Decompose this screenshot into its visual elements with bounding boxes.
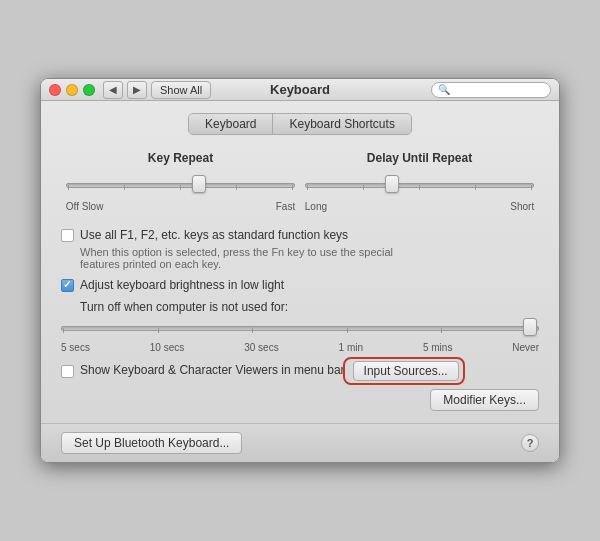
tab-keyboard-shortcuts[interactable]: Keyboard Shortcuts	[273, 114, 410, 134]
window-title: Keyboard	[270, 82, 330, 97]
brightness-label-10s: 10 secs	[150, 342, 184, 353]
key-repeat-right-label: Fast	[276, 201, 295, 212]
key-repeat-thumb[interactable]	[192, 175, 206, 193]
brightness-label-30s: 30 secs	[244, 342, 278, 353]
fn-keys-row: Use all F1, F2, etc. keys as standard fu…	[61, 228, 539, 270]
show-keyboard-row: Show Keyboard & Character Viewers in men…	[61, 361, 539, 381]
main-content: Keyboard Keyboard Shortcuts Key Repeat	[41, 101, 559, 422]
tab-group: Keyboard Keyboard Shortcuts	[188, 113, 412, 135]
tab-bar: Keyboard Keyboard Shortcuts	[61, 113, 539, 135]
brightness-slider-container: 5 secs 10 secs 30 secs 1 min 5 mins Neve…	[61, 318, 539, 353]
input-sources-button[interactable]: Input Sources...	[353, 361, 459, 381]
close-button[interactable]	[49, 84, 61, 96]
delay-repeat-label: Delay Until Repeat	[367, 151, 472, 165]
bottom-row: Set Up Bluetooth Keyboard... ?	[41, 423, 559, 462]
delay-repeat-right-label: Short	[510, 201, 534, 212]
brightness-labels-row: 5 secs 10 secs 30 secs 1 min 5 mins Neve…	[61, 342, 539, 353]
show-keyboard-checkbox[interactable]	[61, 365, 74, 378]
brightness-thumb[interactable]	[523, 318, 537, 336]
fn-keys-subtext: When this option is selected, press the …	[80, 246, 393, 270]
turn-off-label: Turn off when computer is not used for:	[80, 300, 539, 314]
key-repeat-labels: Off Slow Fast	[66, 201, 295, 212]
maximize-button[interactable]	[83, 84, 95, 96]
keyboard-preferences-window: ◀ ▶ Show All Keyboard 🔍 Keyboard Keyboar…	[40, 78, 560, 462]
tab-keyboard[interactable]: Keyboard	[189, 114, 273, 134]
title-bar: ◀ ▶ Show All Keyboard 🔍	[41, 79, 559, 101]
brightness-slider-wrapper	[61, 318, 539, 338]
delay-repeat-thumb[interactable]	[385, 175, 399, 193]
brightness-label: Adjust keyboard brightness in low light	[80, 278, 284, 294]
key-repeat-slider-container	[66, 175, 295, 195]
brightness-label-1m: 1 min	[339, 342, 363, 353]
search-icon: 🔍	[438, 84, 450, 95]
bluetooth-button[interactable]: Set Up Bluetooth Keyboard...	[61, 432, 242, 454]
key-repeat-label: Key Repeat	[148, 151, 213, 165]
delay-repeat-labels: Long Short	[305, 201, 534, 212]
search-bar[interactable]: 🔍	[431, 82, 551, 98]
back-button[interactable]: ◀	[103, 81, 123, 99]
forward-button[interactable]: ▶	[127, 81, 147, 99]
brightness-label-5s: 5 secs	[61, 342, 90, 353]
modifier-keys-button[interactable]: Modifier Keys...	[430, 389, 539, 411]
sliders-row: Key Repeat Off Slow Fast	[61, 151, 539, 212]
delay-repeat-group: Delay Until Repeat Long Short	[305, 151, 534, 212]
key-repeat-group: Key Repeat Off Slow Fast	[66, 151, 295, 212]
key-repeat-left-label: Off Slow	[66, 201, 104, 212]
brightness-row: Adjust keyboard brightness in low light	[61, 278, 539, 294]
fn-keys-text-group: Use all F1, F2, etc. keys as standard fu…	[80, 228, 393, 270]
delay-repeat-slider-container	[305, 175, 534, 195]
nav-controls: ◀ ▶	[103, 81, 147, 99]
brightness-label-5m: 5 mins	[423, 342, 452, 353]
show-all-button[interactable]: Show All	[151, 81, 211, 99]
modifier-row: Modifier Keys...	[61, 389, 539, 411]
brightness-label-never: Never	[512, 342, 539, 353]
minimize-button[interactable]	[66, 84, 78, 96]
traffic-lights	[49, 84, 95, 96]
delay-repeat-left-label: Long	[305, 201, 327, 212]
fn-keys-label: Use all F1, F2, etc. keys as standard fu…	[80, 228, 393, 244]
brightness-checkbox[interactable]	[61, 279, 74, 292]
fn-keys-checkbox[interactable]	[61, 229, 74, 242]
help-button[interactable]: ?	[521, 434, 539, 452]
show-keyboard-label: Show Keyboard & Character Viewers in men…	[80, 363, 345, 379]
